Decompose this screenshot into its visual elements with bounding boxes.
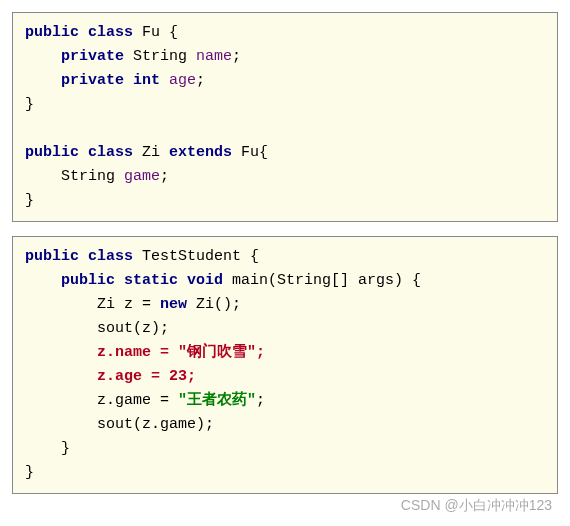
text: TestStudent { <box>142 248 259 265</box>
keyword: new <box>160 296 187 313</box>
text: sout(z.game); <box>97 416 214 433</box>
type: String <box>61 168 115 185</box>
text: ; <box>256 392 265 409</box>
identifier: age <box>169 72 196 89</box>
keyword: private int <box>61 72 160 89</box>
text: Zi z = <box>97 296 160 313</box>
text: ; <box>160 168 169 185</box>
identifier: game <box>124 168 160 185</box>
text: } <box>25 96 34 113</box>
string-literal: "王者农药" <box>178 392 256 409</box>
text: ; <box>196 72 205 89</box>
text: z.game = <box>97 392 178 409</box>
text: ; <box>232 48 241 65</box>
text: Fu{ <box>241 144 268 161</box>
text: Zi <box>142 144 160 161</box>
text: } <box>61 440 70 457</box>
keyword: extends <box>169 144 232 161</box>
code-block-classes: public class Fu { private String name; p… <box>12 12 558 222</box>
text: sout(z); <box>97 320 169 337</box>
keyword: public class <box>25 248 133 265</box>
identifier: name <box>196 48 232 65</box>
watermark: CSDN @小白冲冲冲123 <box>401 494 552 516</box>
text: } <box>25 192 34 209</box>
error-line: z.age = 23; <box>97 368 196 385</box>
keyword: public static void <box>61 272 223 289</box>
error-line: z.name = "钢门吹雪"; <box>97 344 265 361</box>
code-block-test: public class TestStudent { public static… <box>12 236 558 494</box>
keyword: private <box>61 48 124 65</box>
text: Fu { <box>142 24 178 41</box>
text: } <box>25 464 34 481</box>
keyword: public class <box>25 24 133 41</box>
text: main(String[] args) { <box>232 272 421 289</box>
keyword: public class <box>25 144 133 161</box>
text: Zi(); <box>187 296 241 313</box>
type: String <box>133 48 187 65</box>
